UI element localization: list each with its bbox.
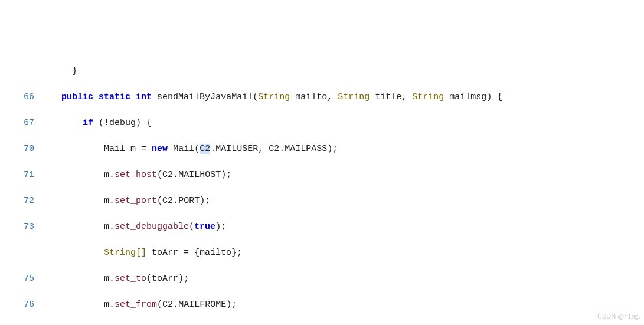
code-line: m.set_port(C2.PORT); <box>40 195 644 208</box>
code-line: public static int sendMailByJavaMail(Str… <box>40 91 644 104</box>
line-number: 67 <box>0 117 34 130</box>
highlighted-text: C2 <box>200 144 210 154</box>
line-number: 66 <box>0 91 34 104</box>
code-line: m.set_from(C2.MAILFROME); <box>40 298 644 311</box>
line-number: 71 <box>0 169 34 182</box>
code-line: if (!debug) { <box>40 117 644 130</box>
code-line: Mail m = new Mail(C2.MAILUSER, C2.MAILPA… <box>40 143 644 156</box>
code-line: String[] toArr = {mailto}; <box>40 247 644 260</box>
line-number: 73 <box>0 221 34 234</box>
line-number-gutter: 66 67 70 71 72 73 75 76 77 78 80 81 84 8… <box>0 52 40 325</box>
line-number: 70 <box>0 143 34 156</box>
line-number: 76 <box>0 298 34 311</box>
code-editor: 66 67 70 71 72 73 75 76 77 78 80 81 84 8… <box>0 52 644 325</box>
line-number <box>0 65 34 78</box>
code-area[interactable]: } public static int sendMailByJavaMail(S… <box>40 52 644 325</box>
watermark-text: CSDN @n1ng. <box>597 310 640 323</box>
line-number <box>0 247 34 260</box>
line-number: 72 <box>0 195 34 208</box>
code-line: m.set_host(C2.MAILHOST); <box>40 169 644 182</box>
code-line: m.set_debuggable(true); <box>40 221 644 234</box>
line-number: 75 <box>0 273 34 285</box>
code-line: m.set_to(toArr); <box>40 273 644 285</box>
code-line: } <box>40 65 644 78</box>
